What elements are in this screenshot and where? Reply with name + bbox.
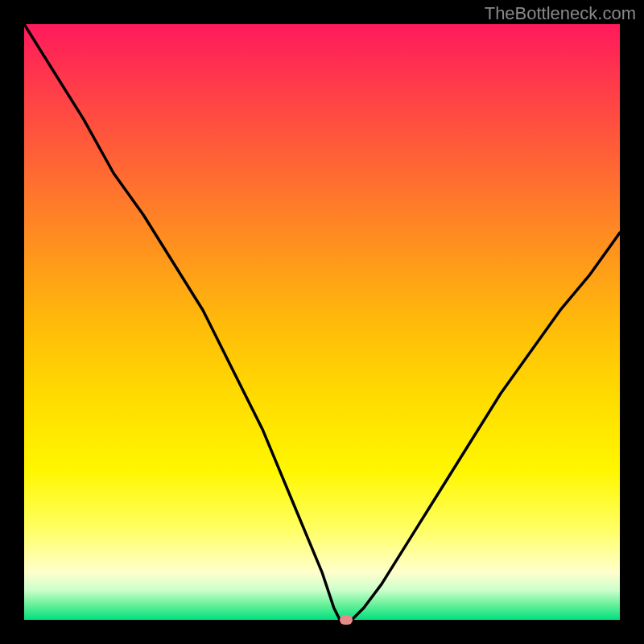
watermark-text: TheBottleneck.com	[485, 3, 636, 24]
bottleneck-curve	[24, 24, 620, 620]
chart-plot-area	[24, 24, 620, 620]
minimum-marker	[340, 615, 353, 625]
